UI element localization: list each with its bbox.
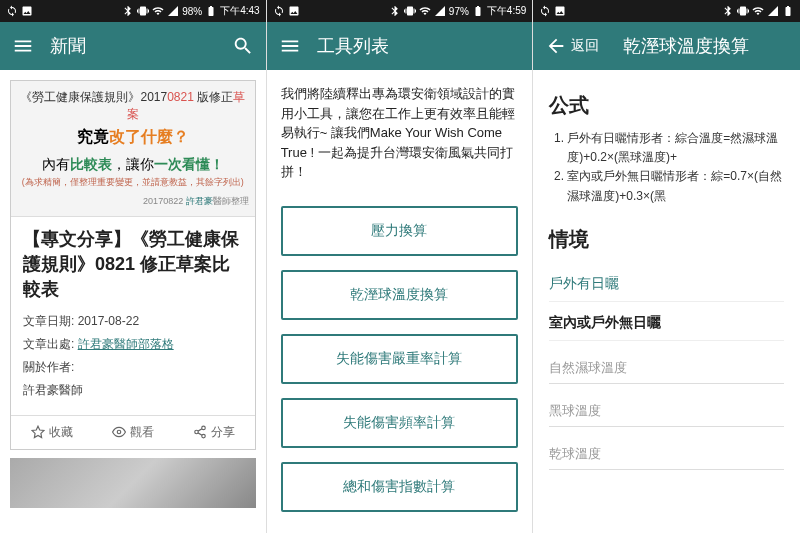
sync-icon — [6, 5, 18, 17]
bluetooth-icon — [389, 5, 401, 17]
scenario-outdoor[interactable]: 戶外有日曬 — [549, 263, 784, 302]
eye-icon — [112, 425, 126, 439]
banner-credit: 20170822 許君豪醫師整理 — [17, 195, 249, 208]
bluetooth-icon — [722, 5, 734, 17]
scenario-title: 情境 — [549, 226, 784, 253]
next-card-image[interactable] — [10, 458, 256, 508]
card-banner: 《勞工健康保護規則》20170821 版修正草案 究竟改了什麼？ 內有比較表，讓… — [11, 81, 255, 217]
formula-title: 公式 — [549, 92, 784, 119]
vibrate-icon — [137, 5, 149, 17]
input-wetbulb[interactable]: 自然濕球溫度 — [549, 341, 784, 384]
screen-calculator: 返回 乾溼球溫度換算 公式 戶外有日曬情形者：綜合溫度=然濕球溫度)+0.2×(… — [533, 0, 800, 533]
sync-icon — [539, 5, 551, 17]
tool-totalindex[interactable]: 總和傷害指數計算 — [281, 462, 519, 512]
battery-pct: 97% — [449, 6, 469, 17]
screen-news: 98% 下午4:43 新聞 《勞工健康保護規則》20170821 版修正草案 究… — [0, 0, 267, 533]
intro-text: 我們將陸續釋出專為環安衛領域設計的實用小工具，讓您在工作上更有效率且能輕易執行~… — [267, 70, 533, 192]
banner-line1: 《勞工健康保護規則》20170821 版修正草案 — [17, 89, 249, 123]
signal-icon — [167, 5, 179, 17]
article-title: 【專文分享】《勞工健康保護規則》0821 修正草案比較表 — [23, 227, 243, 303]
source-link[interactable]: 許君豪醫師部落格 — [78, 337, 174, 351]
wifi-icon — [419, 5, 431, 17]
app-title: 工具列表 — [317, 34, 521, 58]
status-bar — [533, 0, 800, 22]
scenario-indoor[interactable]: 室內或戶外無日曬 — [549, 302, 784, 341]
image-icon — [288, 5, 300, 17]
share-button[interactable]: 分享 — [173, 416, 254, 449]
author-label: 關於作者: — [23, 359, 243, 376]
input-drybulb[interactable]: 乾球溫度 — [549, 427, 784, 470]
fav-button[interactable]: 收藏 — [11, 416, 92, 449]
card-actions: 收藏 觀看 分享 — [11, 415, 255, 449]
signal-icon — [434, 5, 446, 17]
card-body: 【專文分享】《勞工健康保護規則》0821 修正草案比較表 文章日期: 2017-… — [11, 217, 255, 415]
banner-line2: 究竟改了什麼？ — [17, 127, 249, 148]
svg-point-2 — [195, 430, 199, 434]
signal-icon — [767, 5, 779, 17]
svg-point-1 — [202, 426, 206, 430]
tool-severity[interactable]: 失能傷害嚴重率計算 — [281, 334, 519, 384]
article-source: 文章出處: 許君豪醫師部落格 — [23, 336, 243, 353]
status-bar: 98% 下午4:43 — [0, 0, 266, 22]
star-icon — [31, 425, 45, 439]
image-icon — [554, 5, 566, 17]
news-content: 《勞工健康保護規則》20170821 版修正草案 究竟改了什麼？ 內有比較表，讓… — [0, 70, 266, 533]
wifi-icon — [152, 5, 164, 17]
formula-item: 戶外有日曬情形者：綜合溫度=然濕球溫度)+0.2×(黑球溫度)+ — [567, 129, 784, 167]
app-bar: 工具列表 — [267, 22, 533, 70]
article-card[interactable]: 《勞工健康保護規則》20170821 版修正草案 究竟改了什麼？ 內有比較表，讓… — [10, 80, 256, 450]
menu-icon[interactable] — [279, 35, 301, 57]
arrow-left-icon — [545, 35, 567, 57]
app-bar: 新聞 — [0, 22, 266, 70]
tool-list: 壓力換算 乾溼球溫度換算 失能傷害嚴重率計算 失能傷害頻率計算 總和傷害指數計算 — [267, 206, 533, 512]
svg-point-0 — [117, 430, 121, 434]
svg-point-3 — [202, 434, 206, 438]
author-name: 許君豪醫師 — [23, 382, 243, 399]
clock-time: 下午4:59 — [487, 4, 526, 18]
battery-pct: 98% — [182, 6, 202, 17]
app-bar: 返回 乾溼球溫度換算 — [533, 22, 800, 70]
banner-line4: (為求精簡，僅整理重要變更，並請意教益，其餘字列出) — [17, 176, 249, 189]
bluetooth-icon — [122, 5, 134, 17]
app-title: 新聞 — [50, 34, 216, 58]
battery-icon — [782, 5, 794, 17]
tool-pressure[interactable]: 壓力換算 — [281, 206, 519, 256]
view-button[interactable]: 觀看 — [92, 416, 173, 449]
input-globe[interactable]: 黑球溫度 — [549, 384, 784, 427]
battery-icon — [205, 5, 217, 17]
sync-icon — [273, 5, 285, 17]
calc-content: 公式 戶外有日曬情形者：綜合溫度=然濕球溫度)+0.2×(黑球溫度)+ 室內或戶… — [533, 70, 800, 533]
back-button[interactable]: 返回 — [545, 35, 599, 57]
status-bar: 97% 下午4:59 — [267, 0, 533, 22]
clock-time: 下午4:43 — [220, 4, 259, 18]
article-date: 文章日期: 2017-08-22 — [23, 313, 243, 330]
wifi-icon — [752, 5, 764, 17]
screen-tools: 97% 下午4:59 工具列表 我們將陸續釋出專為環安衛領域設計的實用小工具，讓… — [267, 0, 534, 533]
vibrate-icon — [404, 5, 416, 17]
tool-wetbulb[interactable]: 乾溼球溫度換算 — [281, 270, 519, 320]
share-icon — [193, 425, 207, 439]
banner-line3: 內有比較表，讓你一次看懂！ — [17, 156, 249, 174]
vibrate-icon — [737, 5, 749, 17]
image-icon — [21, 5, 33, 17]
battery-icon — [472, 5, 484, 17]
tool-frequency[interactable]: 失能傷害頻率計算 — [281, 398, 519, 448]
search-icon[interactable] — [232, 35, 254, 57]
app-title: 乾溼球溫度換算 — [623, 34, 788, 58]
formula-item: 室內或戶外無日曬情形者：綜=0.7×(自然濕球溫度)+0.3×(黑 — [567, 167, 784, 205]
formula-list: 戶外有日曬情形者：綜合溫度=然濕球溫度)+0.2×(黑球溫度)+ 室內或戶外無日… — [549, 129, 784, 206]
tools-content: 我們將陸續釋出專為環安衛領域設計的實用小工具，讓您在工作上更有效率且能輕易執行~… — [267, 70, 533, 533]
menu-icon[interactable] — [12, 35, 34, 57]
